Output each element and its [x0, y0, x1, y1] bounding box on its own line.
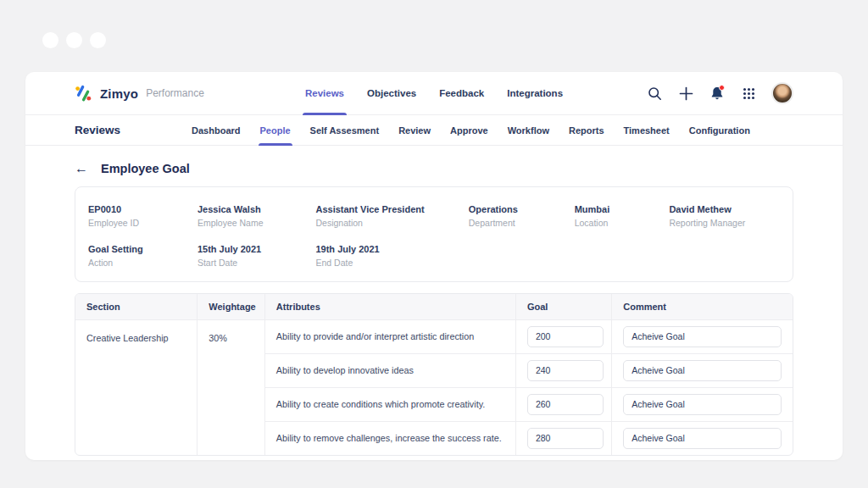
info-label: Action — [88, 258, 198, 268]
info-value: 19th July 2021 — [315, 244, 468, 254]
tab-timesheet[interactable]: Timesheet — [624, 115, 670, 146]
info-field-action: Goal SettingAction — [88, 244, 198, 268]
info-value: Assistant Vice President — [315, 204, 468, 214]
info-value: Operations — [469, 204, 575, 214]
info-value: Mumbai — [575, 204, 670, 214]
tab-self-assesment[interactable]: Self Assesment — [310, 115, 380, 146]
header-icons — [563, 82, 793, 104]
info-value: Goal Setting — [88, 244, 198, 254]
brand-name: Zimyo — [100, 86, 138, 101]
comment-cell — [612, 319, 793, 353]
goal-cell — [515, 387, 611, 421]
window-dot — [42, 32, 58, 48]
logo[interactable]: Zimyo Performance — [75, 85, 305, 103]
main-nav: ReviewsObjectivesFeedbackIntegrations — [305, 72, 563, 115]
attribute-cell: Ability to remove challenges, increase t… — [264, 421, 515, 455]
info-field-end-date: 19th July 2021End Date — [315, 244, 468, 268]
goal-table-wrap: SectionWeightageAttributesGoalComment Cr… — [75, 293, 793, 456]
info-label: Reporting Manager — [669, 218, 780, 228]
goal-input[interactable] — [527, 394, 604, 415]
tab-review[interactable]: Review — [398, 115, 431, 146]
info-value: 15th July 2021 — [198, 244, 316, 254]
column-header-section: Section — [75, 294, 198, 319]
goal-table: SectionWeightageAttributesGoalComment Cr… — [75, 294, 793, 455]
module-title: Reviews — [75, 124, 120, 136]
info-field-reporting-manager: David MethewReporting Manager — [669, 204, 780, 228]
zimyo-logo-icon — [75, 85, 92, 103]
attribute-cell: Ability to develop innovative ideas — [264, 353, 515, 387]
goal-input[interactable] — [527, 360, 604, 381]
tab-workflow[interactable]: Workflow — [508, 115, 549, 146]
info-label: Employee ID — [88, 218, 198, 228]
window-dot — [90, 32, 106, 48]
user-avatar[interactable] — [771, 82, 793, 104]
attribute-cell: Ability to create conditions which promo… — [264, 387, 515, 421]
goal-cell — [515, 319, 611, 353]
tab-people[interactable]: People — [260, 115, 291, 146]
info-field-start-date: 15th July 2021Start Date — [198, 244, 316, 268]
app-window: Zimyo Performance ReviewsObjectivesFeedb… — [25, 72, 843, 460]
column-header-attributes: Attributes — [264, 294, 515, 319]
comment-input[interactable] — [623, 360, 782, 381]
comment-cell — [612, 421, 793, 455]
employee-info-card: EP0010Employee IDJessica WalshEmployee N… — [75, 186, 793, 282]
column-header-comment: Comment — [612, 294, 793, 319]
info-value: David Methew — [669, 204, 780, 214]
tab-approve[interactable]: Approve — [450, 115, 488, 146]
table-row: Creative Leadership30%Ability to provide… — [75, 319, 793, 353]
comment-input[interactable] — [623, 428, 782, 449]
info-field-department: OperationsDepartment — [469, 204, 575, 228]
info-label: Designation — [315, 218, 468, 228]
module-nav: Reviews DashboardPeopleSelf AssesmentRev… — [25, 115, 843, 146]
attribute-cell: Ability to provide and/or interpret arti… — [264, 319, 515, 353]
nav-item-reviews[interactable]: Reviews — [305, 72, 344, 115]
info-label: Start Date — [198, 258, 316, 268]
info-field-employee-name: Jessica WalshEmployee Name — [198, 204, 316, 228]
notifications-icon[interactable] — [709, 85, 726, 102]
tab-reports[interactable]: Reports — [569, 115, 604, 146]
page-head: ← Employee Goal — [25, 157, 843, 180]
info-label: Employee Name — [198, 218, 316, 228]
info-field-location: MumbaiLocation — [575, 204, 670, 228]
info-value: Jessica Walsh — [198, 204, 316, 214]
section-name-cell: Creative Leadership — [75, 319, 198, 455]
goal-cell — [515, 421, 611, 455]
search-icon[interactable] — [646, 85, 663, 102]
comment-cell — [612, 387, 793, 421]
nav-item-feedback[interactable]: Feedback — [439, 72, 484, 115]
tab-configuration[interactable]: Configuration — [689, 115, 750, 146]
add-icon[interactable] — [677, 85, 694, 102]
back-arrow-icon[interactable]: ← — [75, 162, 88, 175]
goal-input[interactable] — [527, 428, 604, 449]
notification-badge — [719, 85, 725, 91]
goal-input[interactable] — [527, 326, 604, 347]
window-dot — [66, 32, 82, 48]
weightage-cell: 30% — [198, 319, 265, 455]
info-field-designation: Assistant Vice PresidentDesignation — [315, 204, 468, 228]
product-name: Performance — [146, 87, 204, 99]
comment-input[interactable] — [623, 326, 782, 347]
page-title: Employee Goal — [101, 162, 190, 175]
info-label: Location — [575, 218, 670, 228]
comment-input[interactable] — [623, 394, 782, 415]
info-label: End Date — [315, 258, 468, 268]
column-header-goal: Goal — [515, 294, 611, 319]
module-tabs: DashboardPeopleSelf AssesmentReviewAppro… — [192, 115, 750, 146]
info-field-employee-id: EP0010Employee ID — [88, 204, 198, 228]
info-value: EP0010 — [88, 204, 198, 214]
goal-cell — [515, 353, 611, 387]
comment-cell — [612, 353, 793, 387]
app-header: Zimyo Performance ReviewsObjectivesFeedb… — [25, 72, 843, 115]
apps-grid-icon[interactable] — [740, 85, 757, 102]
nav-item-objectives[interactable]: Objectives — [367, 72, 416, 115]
window-dots — [42, 32, 106, 48]
column-header-weightage: Weightage — [198, 294, 265, 319]
tab-dashboard[interactable]: Dashboard — [192, 115, 240, 146]
nav-item-integrations[interactable]: Integrations — [507, 72, 563, 115]
info-label: Department — [469, 218, 575, 228]
